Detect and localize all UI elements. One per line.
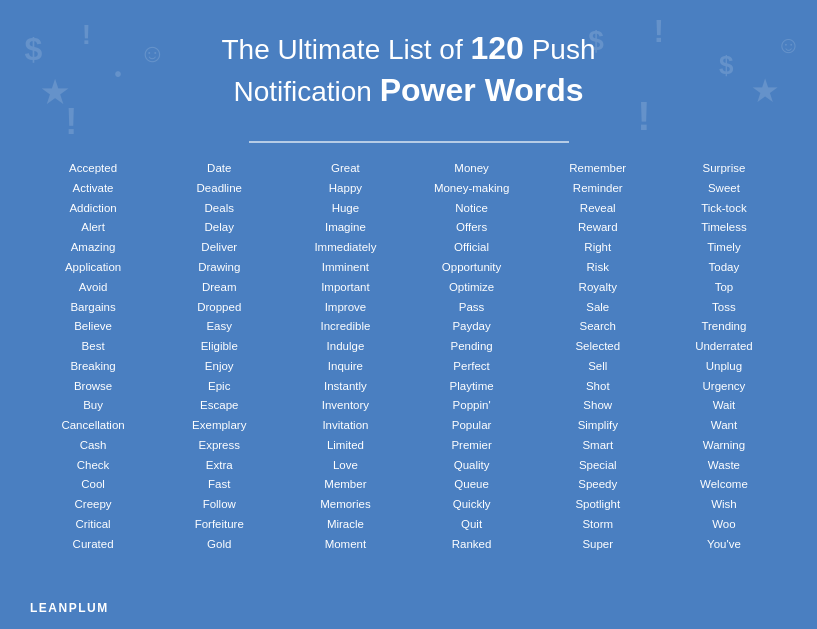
word-item: Limited <box>282 436 408 456</box>
word-item: Want <box>661 416 787 436</box>
word-item: Quit <box>409 515 535 535</box>
words-column-5: RememberReminderRevealRewardRightRiskRoy… <box>535 159 661 554</box>
word-item: Super <box>535 535 661 555</box>
word-item: Reward <box>535 218 661 238</box>
word-item: Pass <box>409 298 535 318</box>
word-item: Exemplary <box>156 416 282 436</box>
word-item: Browse <box>30 377 156 397</box>
word-item: Quickly <box>409 495 535 515</box>
header-line2: Notification Power Words <box>20 70 797 112</box>
word-item: Trending <box>661 317 787 337</box>
word-item: Money-making <box>409 179 535 199</box>
word-item: Incredible <box>282 317 408 337</box>
word-item: Payday <box>409 317 535 337</box>
word-item: Premier <box>409 436 535 456</box>
word-item: Woo <box>661 515 787 535</box>
word-item: Epic <box>156 377 282 397</box>
word-item: Deliver <box>156 238 282 258</box>
word-item: Inventory <box>282 396 408 416</box>
word-item: Follow <box>156 495 282 515</box>
word-item: Right <box>535 238 661 258</box>
word-item: Inquire <box>282 357 408 377</box>
word-item: Huge <box>282 199 408 219</box>
word-item: Spotlight <box>535 495 661 515</box>
word-item: Tick-tock <box>661 199 787 219</box>
header-divider <box>249 141 569 143</box>
word-item: Delay <box>156 218 282 238</box>
word-item: Imminent <box>282 258 408 278</box>
word-item: Timeless <box>661 218 787 238</box>
word-item: Important <box>282 278 408 298</box>
word-item: Enjoy <box>156 357 282 377</box>
word-item: Avoid <box>30 278 156 298</box>
word-item: Sale <box>535 298 661 318</box>
word-item: Gold <box>156 535 282 555</box>
word-item: Forfeiture <box>156 515 282 535</box>
word-item: Miracle <box>282 515 408 535</box>
word-item: Warning <box>661 436 787 456</box>
word-item: Show <box>535 396 661 416</box>
word-item: Welcome <box>661 475 787 495</box>
header-number: 120 <box>470 30 523 66</box>
word-item: Urgency <box>661 377 787 397</box>
word-item: Addiction <box>30 199 156 219</box>
header-suffix: Push <box>524 34 596 65</box>
word-item: Memories <box>282 495 408 515</box>
word-item: Deals <box>156 199 282 219</box>
words-column-3: GreatHappyHugeImagineImmediatelyImminent… <box>282 159 408 554</box>
word-item: Happy <box>282 179 408 199</box>
word-item: Extra <box>156 456 282 476</box>
word-item: Waste <box>661 456 787 476</box>
word-item: Reminder <box>535 179 661 199</box>
word-item: Eligible <box>156 337 282 357</box>
word-item: Deadline <box>156 179 282 199</box>
word-item: Shot <box>535 377 661 397</box>
word-item: Playtime <box>409 377 535 397</box>
word-item: Poppin' <box>409 396 535 416</box>
word-item: Speedy <box>535 475 661 495</box>
word-item: Perfect <box>409 357 535 377</box>
header-prefix: The Ultimate List of <box>222 34 471 65</box>
word-item: Pending <box>409 337 535 357</box>
word-item: Wish <box>661 495 787 515</box>
word-item: Express <box>156 436 282 456</box>
word-item: Top <box>661 278 787 298</box>
word-item: Queue <box>409 475 535 495</box>
header: The Ultimate List of 120 Push Notificati… <box>0 0 817 129</box>
word-item: Offers <box>409 218 535 238</box>
word-item: Simplify <box>535 416 661 436</box>
word-item: Immediately <box>282 238 408 258</box>
word-item: Cancellation <box>30 416 156 436</box>
word-item: Notice <box>409 199 535 219</box>
brand-footer: LEANPLUM <box>30 601 109 615</box>
word-item: Reveal <box>535 199 661 219</box>
word-item: Instantly <box>282 377 408 397</box>
word-item: Risk <box>535 258 661 278</box>
word-item: Love <box>282 456 408 476</box>
word-item: Imagine <box>282 218 408 238</box>
word-item: Application <box>30 258 156 278</box>
word-item: Great <box>282 159 408 179</box>
word-item: Opportunity <box>409 258 535 278</box>
word-item: Quality <box>409 456 535 476</box>
word-item: Curated <box>30 535 156 555</box>
word-item: Accepted <box>30 159 156 179</box>
word-item: Check <box>30 456 156 476</box>
word-item: Underrated <box>661 337 787 357</box>
header-line2-prefix: Notification <box>233 76 379 107</box>
word-item: Breaking <box>30 357 156 377</box>
word-item: Smart <box>535 436 661 456</box>
word-item: Popular <box>409 416 535 436</box>
word-item: Invitation <box>282 416 408 436</box>
word-item: Critical <box>30 515 156 535</box>
word-item: Buy <box>30 396 156 416</box>
word-item: Today <box>661 258 787 278</box>
words-column-1: AcceptedActivateAddictionAlertAmazingApp… <box>30 159 156 554</box>
word-item: Activate <box>30 179 156 199</box>
word-item: Escape <box>156 396 282 416</box>
word-item: Selected <box>535 337 661 357</box>
word-item: Dropped <box>156 298 282 318</box>
word-item: Money <box>409 159 535 179</box>
word-item: Royalty <box>535 278 661 298</box>
word-item: You've <box>661 535 787 555</box>
